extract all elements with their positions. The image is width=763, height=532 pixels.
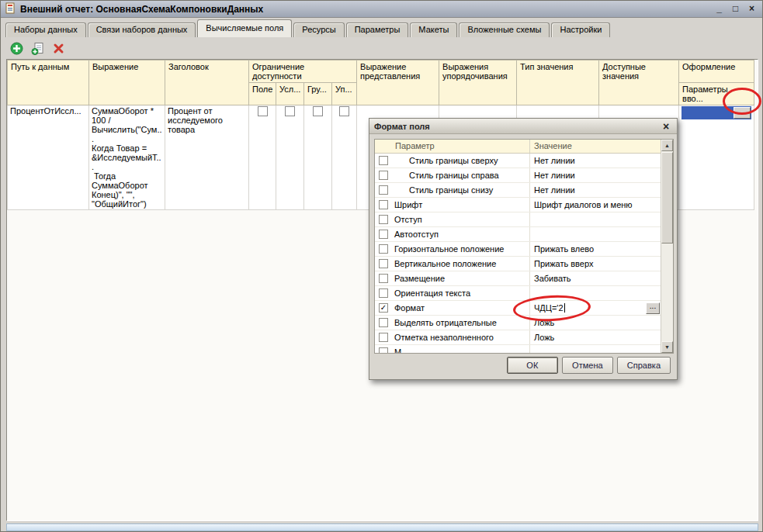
param-value[interactable]: Прижать влево: [530, 244, 661, 254]
param-label: Отступ: [392, 212, 530, 226]
row-checkbox[interactable]: [379, 200, 388, 209]
cell-data-path[interactable]: ПроцентОтИссл...: [8, 105, 89, 210]
param-row[interactable]: Отступ: [375, 212, 661, 227]
param-value[interactable]: Нет линии: [530, 185, 661, 195]
close-button[interactable]: ×: [745, 3, 758, 16]
delete-icon: [53, 43, 64, 54]
param-row[interactable]: Стиль границы справа Нет линии: [375, 168, 661, 183]
param-label: Стиль границы справа: [392, 168, 530, 182]
tab-nested-schemas[interactable]: Вложенные схемы: [459, 22, 550, 37]
col-header-field: Поле: [249, 83, 276, 105]
col-header-expression: Выражение: [89, 60, 165, 105]
param-row[interactable]: Шрифт Шрифт диалогов и меню: [375, 198, 661, 212]
param-value[interactable]: Ложь: [530, 318, 661, 327]
tab-strip: Наборы данных Связи наборов данных Вычис…: [5, 19, 758, 37]
param-row[interactable]: Горизонтальное положение Прижать влево: [375, 242, 661, 257]
param-row[interactable]: Выделять отрицательные Ложь: [375, 316, 661, 330]
row-checkbox[interactable]: [379, 259, 388, 268]
row-checkbox[interactable]: [379, 156, 388, 165]
row-checkbox[interactable]: [379, 171, 388, 180]
vertical-scrollbar[interactable]: ▲ ▼: [661, 140, 673, 353]
param-row-format[interactable]: ✓ Формат ЧДЦ='2 ...: [375, 301, 661, 316]
cell-order-restriction[interactable]: [332, 105, 357, 210]
row-checkbox[interactable]: [379, 318, 388, 327]
row-checkbox[interactable]: [379, 333, 388, 342]
condition-checkbox[interactable]: [285, 106, 295, 116]
col-header-ordering-expressions: Выражения упорядочивания: [439, 60, 517, 105]
cell-expression[interactable]: СуммаОборот * 100 / Вычислить("Сум... Ко…: [89, 105, 165, 210]
tab-parameters[interactable]: Параметры: [346, 22, 409, 37]
row-checkbox[interactable]: [379, 230, 388, 239]
tab-calculated-fields[interactable]: Вычисляемые поля: [197, 19, 292, 37]
dialog-titlebar[interactable]: Формат поля ×: [369, 119, 677, 134]
ok-button[interactable]: ОК: [507, 357, 558, 374]
col-header-title: Заголовок: [165, 60, 249, 105]
horizontal-scrollbar[interactable]: [6, 523, 758, 531]
param-label: Отметка незаполненного: [392, 330, 530, 344]
param-label: М...: [392, 345, 530, 353]
cell-appearance[interactable]: ...: [679, 105, 754, 210]
row-checkbox[interactable]: [379, 274, 388, 283]
tab-layouts[interactable]: Макеты: [410, 22, 457, 37]
col-header-order: Уп...: [332, 83, 357, 105]
field-checkbox[interactable]: [258, 106, 268, 116]
cell-condition-restriction[interactable]: [276, 105, 304, 210]
format-checkbox[interactable]: ✓: [379, 303, 388, 313]
dialog-close-button[interactable]: ×: [660, 120, 672, 133]
param-label: Вертикальное положение: [392, 257, 530, 271]
tab-settings[interactable]: Настройки: [551, 22, 610, 37]
add-icon: [10, 42, 23, 55]
col-header-presentation-expression: Выражение представления: [357, 60, 439, 105]
add-copy-button[interactable]: [29, 40, 45, 56]
param-row[interactable]: Автоотступ: [375, 227, 661, 242]
scroll-up-icon[interactable]: ▲: [661, 140, 673, 151]
parameters-table-header: Параметр Значение: [375, 140, 673, 154]
param-row[interactable]: Отметка незаполненного Ложь: [375, 330, 661, 345]
param-value[interactable]: Прижать вверх: [530, 259, 661, 268]
format-parameters-table: Параметр Значение Стиль границы сверху Н…: [374, 139, 674, 354]
col-header-appearance: Оформление: [679, 60, 754, 83]
param-label: Выделять отрицательные: [392, 316, 530, 330]
param-row[interactable]: Стиль границы снизу Нет линии: [375, 183, 661, 198]
cell-title[interactable]: Процент от исследуемого товара: [165, 105, 249, 210]
row-checkbox[interactable]: [379, 288, 388, 298]
col-header-parameter: Параметр: [392, 140, 530, 153]
param-value[interactable]: Забивать: [530, 274, 661, 283]
help-button[interactable]: Справка: [617, 357, 671, 374]
scrollbar-thumb[interactable]: [661, 152, 673, 244]
appearance-selected-cell[interactable]: ...: [681, 106, 751, 119]
param-row[interactable]: Ориентация текста: [375, 286, 661, 301]
parameters-rows: Стиль границы сверху Нет линии Стиль гра…: [375, 154, 661, 353]
row-checkbox[interactable]: [379, 244, 388, 254]
minimize-button[interactable]: _: [713, 3, 726, 16]
param-row[interactable]: Стиль границы сверху Нет линии: [375, 154, 661, 168]
row-checkbox[interactable]: [379, 215, 388, 224]
tab-data-set-links[interactable]: Связи наборов данных: [88, 22, 196, 37]
cell-field-restriction[interactable]: [249, 105, 276, 210]
appearance-ellipsis-button[interactable]: ...: [734, 107, 751, 119]
add-button[interactable]: [9, 40, 24, 56]
param-label: Автоотступ: [392, 227, 530, 241]
param-row[interactable]: Размещение Забивать: [375, 271, 661, 286]
order-checkbox[interactable]: [339, 106, 349, 116]
window-titlebar[interactable]: Внешний отчет: ОсновнаяСхемаКомпоновкиДа…: [1, 1, 762, 18]
tab-data-sets[interactable]: Наборы данных: [5, 22, 86, 37]
param-value[interactable]: Шрифт диалогов и меню: [530, 200, 661, 209]
scroll-down-icon[interactable]: ▼: [661, 341, 673, 353]
param-label: Ориентация текста: [392, 286, 530, 300]
format-value-input[interactable]: ЧДЦ='2: [530, 303, 646, 313]
maximize-button[interactable]: □: [729, 3, 742, 16]
format-ellipsis-button[interactable]: ...: [646, 302, 660, 314]
cancel-button[interactable]: Отмена: [562, 357, 613, 374]
row-checkbox[interactable]: [379, 185, 388, 195]
param-row[interactable]: М...: [375, 345, 661, 353]
param-value[interactable]: Нет линии: [530, 156, 661, 165]
group-checkbox[interactable]: [313, 106, 323, 116]
param-value[interactable]: Ложь: [530, 333, 661, 342]
param-row[interactable]: Вертикальное положение Прижать вверх: [375, 257, 661, 271]
delete-button[interactable]: [50, 40, 66, 56]
param-value[interactable]: Нет линии: [530, 171, 661, 180]
tab-resources[interactable]: Ресурсы: [293, 22, 344, 37]
row-checkbox[interactable]: [379, 347, 388, 353]
cell-group-restriction[interactable]: [304, 105, 332, 210]
